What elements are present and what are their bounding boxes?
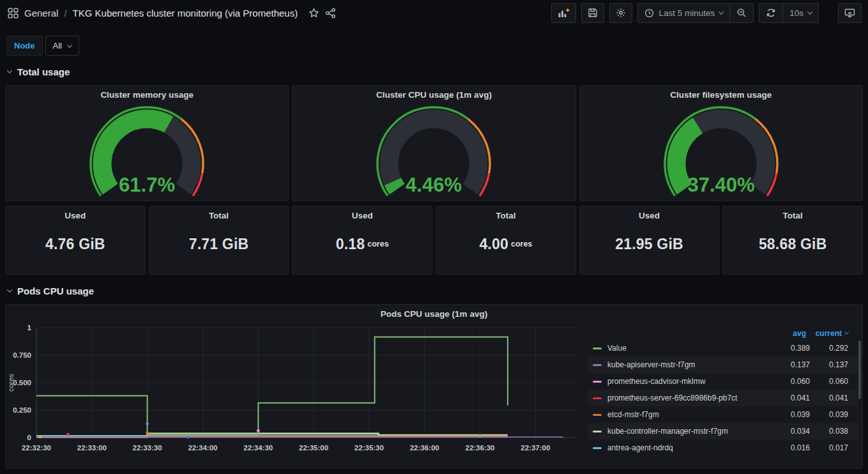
x-tick-label: 22:34:30 (243, 444, 273, 452)
y-tick-label: 0 (27, 434, 31, 441)
legend-row[interactable]: Value0.3890.292 (588, 340, 858, 356)
legend-row[interactable]: prometheus-cadvisor-mklmw0.0600.060 (588, 373, 858, 390)
legend-row[interactable]: antrea-agent-ndrdq0.0160.017 (588, 440, 858, 456)
series-color-swatch (593, 348, 602, 349)
series-point (66, 432, 70, 436)
dashboards-grid-icon[interactable] (8, 8, 19, 19)
legend-sort-avg[interactable]: avg (773, 329, 806, 338)
stat-panel-0: Used4.76 GiB (5, 206, 146, 275)
chevron-down-icon (7, 68, 12, 73)
stat-unit: cores (511, 240, 532, 248)
legend-sort-current[interactable]: current (806, 329, 848, 338)
stat-unit: cores (367, 240, 388, 248)
panel-title[interactable]: Cluster filesystem usage (670, 86, 772, 100)
series-color-swatch (593, 397, 602, 399)
legend-row[interactable]: kube-controller-manager-mstr-f7gm0.0340.… (588, 423, 858, 440)
series-current-value: 0.038 (810, 427, 848, 436)
gauge-panel-2: Cluster filesystem usage37.40% (579, 85, 863, 201)
legend-table: avg current Value0.3890.292kube-apiserve… (584, 319, 862, 468)
dashboard-title: TKG Kubernetes cluster monitoring (via P… (73, 8, 298, 19)
stat-value: 21.95 GiB (615, 236, 683, 253)
add-panel-button[interactable] (551, 3, 576, 23)
breadcrumb-section[interactable]: General (24, 8, 58, 19)
legend-row[interactable]: kube-apiserver-mstr-f7gm0.1370.137 (588, 356, 858, 373)
y-tick-label: 0.250 (13, 406, 31, 414)
panel-title[interactable]: Total (209, 206, 229, 220)
panel-title[interactable]: Used (639, 206, 660, 220)
series-name: antrea-agent-ndrdq (607, 443, 777, 452)
share-icon[interactable] (325, 8, 336, 19)
refresh-interval-label: 10s (789, 8, 803, 18)
panel-title[interactable]: Total (496, 206, 515, 220)
series-avg-value: 0.039 (777, 410, 810, 419)
section-pods-cpu-usage[interactable]: Pods CPU usage (8, 284, 868, 297)
y-axis-label: cores (7, 374, 15, 392)
navbar-toolbar: Last 5 minutes (551, 3, 862, 23)
x-tick-label: 22:32:30 (22, 444, 51, 452)
favorite-star-icon[interactable] (308, 8, 319, 19)
series-current-value: 0.060 (810, 377, 848, 386)
series-color-swatch (593, 431, 602, 432)
section-total-usage[interactable]: Total usage (8, 65, 868, 78)
zoom-out-time-button[interactable] (729, 4, 753, 22)
series-name: etcd-mstr-f7gm (607, 410, 777, 419)
panel-title[interactable]: Total (783, 206, 803, 220)
time-range-picker[interactable]: Last 5 minutes (638, 4, 729, 22)
gauge-value: 37.40% (687, 174, 754, 196)
zoom-out-icon (736, 8, 747, 18)
panel-title[interactable]: Used (65, 206, 86, 220)
navbar-left: General / TKG Kubernetes cluster monitor… (8, 8, 336, 19)
chevron-down-icon (807, 9, 812, 14)
series-name: kube-apiserver-mstr-f7gm (607, 360, 777, 369)
series-color-swatch (593, 381, 602, 383)
refresh-interval-picker[interactable]: 10s (782, 4, 818, 22)
gauges-row: Cluster memory usage61.7%Cluster CPU usa… (0, 85, 868, 201)
panel-title[interactable]: Used (352, 206, 373, 220)
legend-rows: Value0.3890.292kube-apiserver-mstr-f7gm0… (588, 340, 858, 456)
kiosk-mode-button[interactable] (838, 3, 862, 23)
series-avg-value: 0.060 (777, 377, 810, 386)
save-dashboard-button[interactable] (581, 3, 604, 23)
legend-scrollbar[interactable] (858, 340, 861, 399)
stat-value: 58.68 GiB (759, 236, 827, 253)
stat-panel-4: Used21.95 GiB (579, 206, 720, 275)
x-tick-label: 22:35:00 (299, 444, 328, 452)
variable-node-label: Node (6, 36, 43, 56)
chart-body: 00.2500.5000.750122:32:3022:33:0022:33:3… (6, 319, 862, 468)
stat-panel-3: Total4.00cores (436, 206, 576, 275)
legend-header: avg current (588, 326, 858, 340)
stat-panel-5: Total58.68 GiB (722, 206, 863, 275)
stat-value: 4.76 GiB (45, 236, 105, 253)
time-series-plot[interactable]: 00.2500.5000.750122:32:3022:33:0022:33:3… (6, 319, 584, 464)
legend-row[interactable]: prometheus-server-69cc8986b9-pb7ct0.0410… (588, 390, 858, 406)
stat-panel-1: Total7.71 GiB (149, 206, 289, 275)
gauge-arc: 37.40% (654, 102, 788, 198)
series-color-swatch (593, 447, 602, 449)
dashboard-settings-button[interactable] (609, 3, 632, 23)
gauge-panel-1: Cluster CPU usage (1m avg)4.46% (292, 85, 575, 201)
clock-icon (644, 8, 654, 18)
legend-row[interactable]: etcd-mstr-f7gm0.0390.039 (588, 406, 858, 423)
stat-value: 4.00 (479, 236, 508, 253)
series-point (146, 422, 149, 425)
panel-title[interactable]: Cluster CPU usage (1m avg) (376, 86, 492, 100)
section-title: Total usage (17, 66, 70, 77)
panel-title[interactable]: Cluster memory usage (100, 86, 194, 100)
chevron-down-icon (7, 287, 12, 292)
sort-chevron-icon (844, 330, 849, 335)
series-point (38, 436, 42, 439)
series-name: kube-controller-manager-mstr-f7gm (607, 427, 777, 436)
x-tick-label: 22:35:30 (354, 444, 384, 452)
series-avg-value: 0.034 (777, 427, 810, 436)
stats-row: Used4.76 GiBTotal7.71 GiBUsed0.18coresTo… (0, 206, 868, 275)
gear-icon (616, 8, 626, 18)
y-tick-label: 1 (27, 324, 32, 332)
dashboard-variables: Node All (6, 36, 868, 56)
refresh-button[interactable] (759, 4, 782, 22)
variable-node-value-dropdown[interactable]: All (45, 36, 79, 56)
series-current-value: 0.017 (810, 443, 848, 452)
panel-title-pods-cpu[interactable]: Pods CPU usage (1m avg) (6, 305, 862, 319)
stat-value-wrap: 58.68 GiB (759, 220, 827, 274)
breadcrumb-separator: / (64, 8, 66, 19)
x-tick-label: 22:36:30 (465, 444, 494, 452)
